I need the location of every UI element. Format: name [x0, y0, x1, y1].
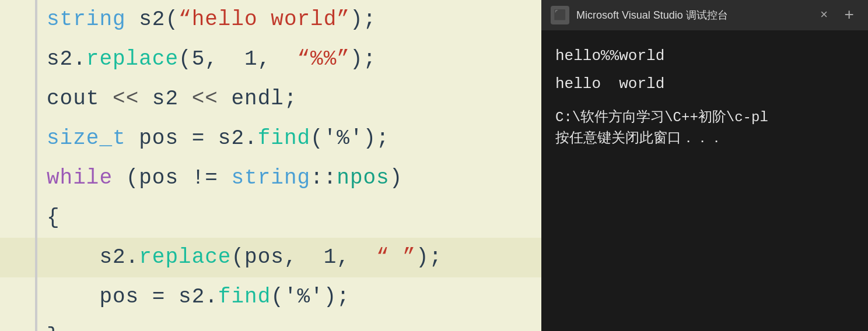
code-token: ); [350, 8, 376, 31]
code-content: } [47, 317, 60, 331]
code-content: size_t pos = s2.find('%'); [47, 119, 390, 159]
code-content: string s2(“hello world”); [47, 0, 376, 40]
code-token: (pos != [113, 166, 231, 190]
code-content: s2.replace(5, 1, “%%”); [47, 40, 376, 79]
code-token: ); [416, 245, 442, 269]
code-token: cout [47, 87, 113, 111]
console-title: Microsoft Visual Studio 调试控台 [576, 8, 808, 22]
code-token: ('%'); [310, 126, 390, 150]
console-close-button[interactable]: × [816, 6, 832, 25]
line-indicator [35, 79, 37, 119]
line-indicator [35, 238, 37, 277]
code-token: ('%'); [271, 285, 350, 309]
line-gutter [0, 0, 41, 40]
code-token: string [231, 166, 310, 190]
code-token: find [218, 285, 271, 309]
line-gutter [0, 317, 41, 331]
code-token: s2( [126, 8, 178, 31]
code-token: s2. [47, 245, 139, 269]
console-path-line-1: C:\软件方向学习\C++初阶\c-pl [555, 107, 854, 128]
code-content: while (pos != string::npos) [47, 159, 402, 198]
console-path-line-2: 按任意键关闭此窗口．．． [555, 128, 854, 149]
line-indicator [35, 277, 37, 317]
line-indicator [35, 40, 37, 79]
console-body: hello%%world hello world C:\软件方向学习\C++初阶… [541, 30, 868, 331]
console-output-line-1: hello%%world [555, 42, 854, 70]
line-gutter [0, 277, 41, 317]
code-content: s2.replace(pos, 1, “ ”); [47, 238, 442, 277]
code-token: string [47, 8, 126, 31]
line-gutter [0, 159, 41, 198]
code-token: npos [337, 166, 389, 190]
code-content: pos = s2.find('%'); [47, 277, 350, 317]
code-token: replace [86, 47, 178, 71]
console-output-line-2: hello world [555, 70, 854, 98]
console-titlebar: ⬛ Microsoft Visual Studio 调试控台 × + [541, 0, 868, 30]
line-indicator [35, 198, 37, 238]
code-token: “%%” [297, 47, 349, 71]
line-gutter [0, 198, 41, 238]
code-token: s2. [47, 47, 86, 71]
line-indicator [35, 119, 37, 159]
code-token: “hello world” [178, 8, 350, 31]
code-token: replace [139, 245, 231, 269]
console-window: ⬛ Microsoft Visual Studio 调试控台 × + hello… [541, 0, 868, 331]
code-token: ) [390, 166, 403, 190]
code-token: (pos, 1, [231, 245, 376, 269]
code-content: { [47, 198, 60, 238]
code-token: (5, 1, [178, 47, 297, 71]
code-token: << [113, 87, 152, 111]
code-token: while [47, 166, 113, 190]
code-token: s2 [152, 87, 192, 111]
code-token: ; [284, 87, 298, 111]
code-token: } [47, 325, 60, 331]
line-indicator [35, 317, 37, 331]
code-token: { [47, 206, 60, 230]
code-token: ); [350, 47, 376, 71]
line-indicator [35, 159, 37, 198]
line-gutter [0, 119, 41, 159]
code-token: “ ” [376, 245, 416, 269]
line-gutter [0, 238, 41, 277]
code-token: pos = s2. [47, 285, 218, 309]
code-token: :: [310, 166, 337, 190]
code-token: size_t [47, 126, 126, 150]
line-indicator [35, 0, 37, 40]
code-token: find [258, 126, 310, 150]
code-token: pos = s2. [126, 126, 258, 150]
code-token: endl [231, 87, 284, 111]
console-add-button[interactable]: + [839, 4, 859, 27]
line-gutter [0, 40, 41, 79]
code-token: << [192, 87, 232, 111]
code-content: cout << s2 << endl; [47, 79, 298, 119]
console-path: C:\软件方向学习\C++初阶\c-pl 按任意键关闭此窗口．．． [555, 107, 854, 149]
line-gutter [0, 79, 41, 119]
console-icon: ⬛ [551, 6, 569, 24]
